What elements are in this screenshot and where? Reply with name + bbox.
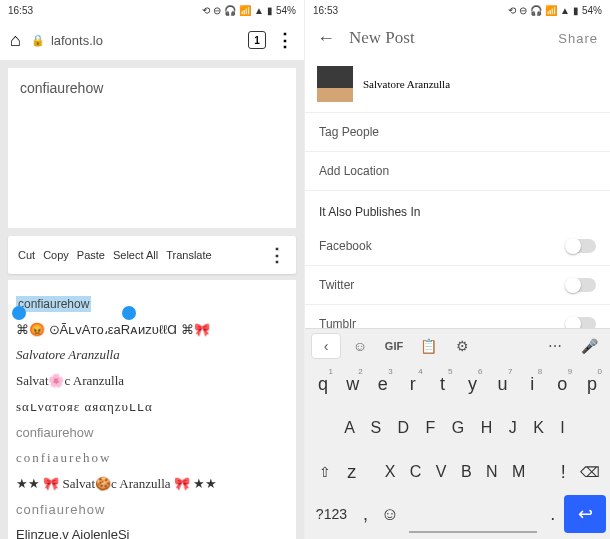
input-textbox[interactable]: confiaurehow xyxy=(8,68,296,228)
key-t[interactable]: t5 xyxy=(429,365,457,403)
lock-icon: 🔒 xyxy=(31,34,45,47)
key-o[interactable]: o9 xyxy=(548,365,576,403)
kb-row2[interactable]: A S D F G H J K I xyxy=(313,409,602,447)
status-icons: ⟲⊖🎧📶▲▮54% xyxy=(202,5,296,16)
key-p[interactable]: p0 xyxy=(578,365,606,403)
cm-copy[interactable]: Copy xyxy=(43,249,69,261)
kb-clipboard-icon[interactable]: 📋 xyxy=(413,333,443,359)
results-list: confiaurehow ⌘😡 ⊙ÃʟvAтo،εaRᴀиzυℓℓⱭ ⌘🎀 Sa… xyxy=(8,280,296,539)
add-location-row[interactable]: Add Location xyxy=(305,152,610,191)
share-button[interactable]: Share xyxy=(558,31,598,46)
cm-select-all[interactable]: Select All xyxy=(113,249,158,261)
key-comma[interactable]: , xyxy=(356,495,375,533)
key-z[interactable]: z xyxy=(342,453,361,491)
font-result[interactable]: ⌘😡 ⊙ÃʟvAтo،εaRᴀиzυℓℓⱭ ⌘🎀 xyxy=(16,322,288,337)
menu-icon[interactable]: ⋮ xyxy=(276,29,294,51)
context-menu: Cut Copy Paste Select All Translate ⋮ xyxy=(8,236,296,274)
status-time: 16:53 xyxy=(8,5,202,16)
kb-more-icon[interactable]: ⋯ xyxy=(540,333,570,359)
key-y[interactable]: y6 xyxy=(459,365,487,403)
cm-translate[interactable]: Translate xyxy=(166,249,211,261)
font-result[interactable]: Salvat🌸c Aranzulla xyxy=(16,373,288,389)
kb-backspace-key[interactable]: ⌫ xyxy=(575,453,606,491)
font-result[interactable]: confiaurehow xyxy=(16,425,288,440)
key-q[interactable]: q1 xyxy=(309,365,337,403)
selection-handle-right[interactable] xyxy=(122,306,136,320)
kb-mic-icon[interactable]: 🎤 xyxy=(574,333,604,359)
key-period[interactable]: . xyxy=(543,495,562,533)
kb-emoji-key[interactable]: ☺ xyxy=(377,495,403,533)
kb-collapse-icon[interactable]: ‹ xyxy=(311,333,341,359)
font-result[interactable]: sαʟναтoяε αяαηzυʟʟα xyxy=(16,399,288,415)
kb-symbols-key[interactable]: ?123 xyxy=(309,495,354,533)
kb-gif-button[interactable]: GIF xyxy=(379,333,409,359)
kb-settings-icon[interactable]: ⚙ xyxy=(447,333,477,359)
kb-shift-key[interactable]: ⇧ xyxy=(309,453,340,491)
status-time: 16:53 xyxy=(313,5,508,16)
keyboard: ‹ ☺ GIF 📋 ⚙ ⋯ 🎤 q1w2e3r4t5y6u7i8o9p0 A S… xyxy=(305,328,610,539)
key-w[interactable]: w2 xyxy=(339,365,367,403)
section-label: It Also Publishes In xyxy=(305,191,610,227)
toggle-facebook[interactable] xyxy=(566,239,596,253)
font-result[interactable]: confiaurehow xyxy=(16,450,288,466)
caption-input[interactable]: Salvatore Aranzulla xyxy=(363,78,450,90)
post-thumbnail[interactable] xyxy=(317,66,353,102)
back-icon[interactable]: ← xyxy=(317,28,335,49)
font-result[interactable]: ★★ 🎀 Salvat🍪c Aranzulla 🎀 ★★ xyxy=(16,476,288,492)
key-exclaim[interactable]: ! xyxy=(554,453,573,491)
tab-count[interactable]: 1 xyxy=(248,31,266,49)
cm-paste[interactable]: Paste xyxy=(77,249,105,261)
kb-enter-key[interactable]: ↩ xyxy=(564,495,606,533)
share-facebook-row[interactable]: Facebook xyxy=(305,227,610,266)
kb-space-key[interactable] xyxy=(409,495,537,533)
url-bar[interactable]: 🔒 lafonts.lo xyxy=(31,33,238,48)
selection-handle-left[interactable] xyxy=(12,306,26,320)
key-r[interactable]: r4 xyxy=(399,365,427,403)
cm-more-icon[interactable]: ⋮ xyxy=(268,244,286,266)
cm-cut[interactable]: Cut xyxy=(18,249,35,261)
font-result[interactable]: Salvatore Aranzulla xyxy=(16,347,288,363)
font-result[interactable]: Elinzue.v AiolenleSi xyxy=(16,527,288,539)
key-i[interactable]: i8 xyxy=(518,365,546,403)
kb-sticker-icon[interactable]: ☺ xyxy=(345,333,375,359)
selected-text[interactable]: confiaurehow xyxy=(16,296,91,312)
key-e[interactable]: e3 xyxy=(369,365,397,403)
url-text: lafonts.lo xyxy=(51,33,103,48)
share-twitter-row[interactable]: Twitter xyxy=(305,266,610,305)
kb-row3[interactable]: X C V B N M xyxy=(363,453,551,491)
toggle-twitter[interactable] xyxy=(566,278,596,292)
font-result[interactable]: confiaurehow xyxy=(16,502,288,517)
tag-people-row[interactable]: Tag People xyxy=(305,113,610,152)
status-icons: ⟲⊖🎧📶▲▮54% xyxy=(508,5,602,16)
page-title: New Post xyxy=(349,28,544,48)
key-u[interactable]: u7 xyxy=(488,365,516,403)
home-icon[interactable]: ⌂ xyxy=(10,30,21,51)
